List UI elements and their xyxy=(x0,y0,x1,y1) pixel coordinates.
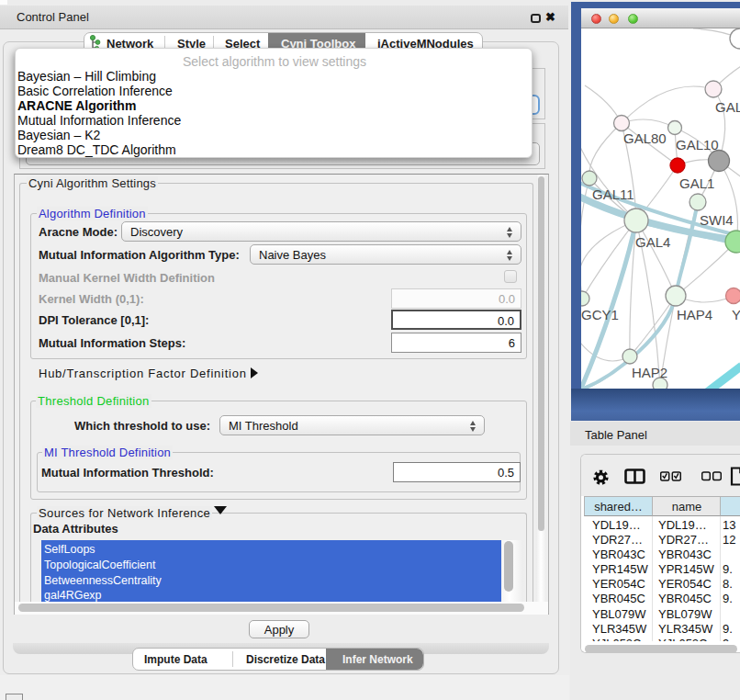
svg-text:HAP2: HAP2 xyxy=(632,365,667,380)
svg-text:GAL1: GAL1 xyxy=(679,175,714,191)
svg-text:GAL80: GAL80 xyxy=(623,130,667,146)
svg-text:GAL4: GAL4 xyxy=(635,234,670,250)
svg-text:HAP4: HAP4 xyxy=(677,307,712,322)
svg-text:Y: Y xyxy=(732,307,740,322)
svg-text:GAL11: GAL11 xyxy=(592,186,634,202)
svg-text:GAL10: GAL10 xyxy=(676,137,719,152)
svg-text:GCY1: GCY1 xyxy=(581,307,619,322)
svg-text:SWI4: SWI4 xyxy=(700,212,734,228)
svg-text:GAL7: GAL7 xyxy=(715,99,740,115)
